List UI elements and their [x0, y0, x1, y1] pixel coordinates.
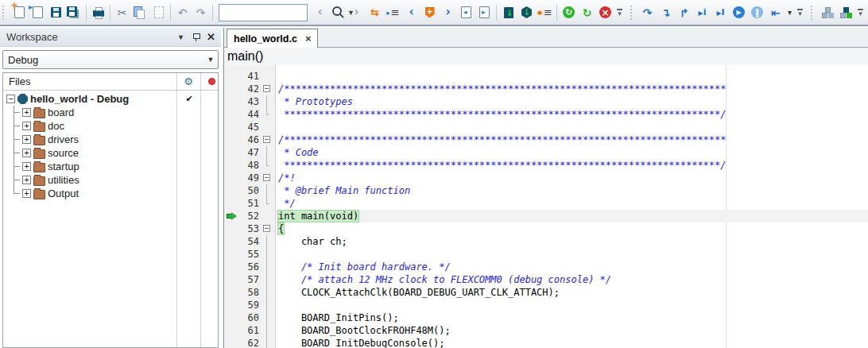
- expand-toggle[interactable]: +: [22, 176, 31, 184]
- find-combobox[interactable]: ▼: [219, 4, 308, 21]
- code-line-42[interactable]: 42−/************************************…: [224, 83, 868, 95]
- breakpoint-margin[interactable]: [224, 222, 238, 235]
- stop-debugging-button[interactable]: [596, 3, 614, 22]
- code-line-59[interactable]: 59: [224, 299, 868, 311]
- code-line-51[interactable]: 51 */: [224, 197, 868, 210]
- find-button[interactable]: [329, 3, 347, 22]
- code-text[interactable]: /* attach 12 MHz clock to FLEXCOMM0 (deb…: [275, 273, 611, 286]
- redo-button[interactable]: ↷: [192, 3, 210, 22]
- tab-hello-world-c[interactable]: hello_world.c ×: [227, 29, 318, 48]
- go-button[interactable]: [730, 3, 748, 22]
- code-line-56[interactable]: 56 /* Init board hardware. */: [224, 261, 868, 273]
- code-text[interactable]: BOARD_InitDebugConsole();: [275, 337, 445, 348]
- tree-item-doc[interactable]: +doc: [3, 119, 218, 133]
- download-button[interactable]: [499, 3, 517, 22]
- expand-toggle[interactable]: +: [22, 108, 31, 117]
- breakpoint-margin[interactable]: [224, 172, 238, 184]
- breakpoint-margin[interactable]: [224, 146, 238, 159]
- breakpoint-margin[interactable]: [224, 210, 238, 222]
- code-line-61[interactable]: 61 BOARD_BootClockFROHF48M();: [224, 324, 868, 337]
- toolbar-overflow-button[interactable]: [795, 3, 805, 22]
- breakpoint-margin[interactable]: [224, 184, 238, 197]
- breakpoint-margin[interactable]: [224, 95, 238, 108]
- code-line-43[interactable]: 43 * Prototypes: [224, 95, 868, 108]
- tree-item-board[interactable]: +board: [3, 106, 218, 119]
- configuration-dropdown[interactable]: Debug ▼: [2, 50, 219, 69]
- code-text[interactable]: [275, 70, 278, 83]
- breakpoint-margin[interactable]: [224, 261, 238, 273]
- copy-button[interactable]: [131, 3, 149, 22]
- toggle-breakpoint-button[interactable]: [420, 3, 439, 22]
- code-text[interactable]: /* Init board hardware. */: [275, 261, 451, 273]
- code-line-50[interactable]: 50 * @brief Main function: [224, 184, 868, 197]
- code-line-53[interactable]: 53−{: [224, 222, 868, 235]
- code-text[interactable]: BOARD_BootClockFROHF48M();: [275, 324, 451, 337]
- reset-button[interactable]: ↻: [578, 3, 596, 22]
- restart-debugger-button[interactable]: [560, 3, 578, 22]
- tree-item-source[interactable]: +source: [3, 146, 218, 160]
- live-watch-button[interactable]: [536, 3, 554, 22]
- workspace-close-button[interactable]: ✕: [204, 30, 218, 44]
- stack-view-button[interactable]: [819, 3, 837, 22]
- code-line-52[interactable]: 52int main(void): [224, 210, 868, 222]
- code-text[interactable]: * Code: [275, 146, 319, 159]
- code-text[interactable]: ****************************************…: [275, 108, 727, 121]
- code-line-49[interactable]: 49−/*!: [224, 172, 868, 184]
- fold-toggle[interactable]: −: [263, 174, 270, 181]
- code-text[interactable]: BOARD_InitPins();: [275, 311, 399, 324]
- open-file-button[interactable]: [29, 3, 47, 22]
- code-text[interactable]: [275, 121, 278, 133]
- code-text[interactable]: int main(void): [275, 210, 358, 222]
- workspace-pin-button[interactable]: [189, 30, 203, 44]
- code-line-47[interactable]: 47 * Code: [224, 146, 868, 159]
- run-to-cursor-button[interactable]: [711, 3, 730, 22]
- code-line-58[interactable]: 58 CLOCK_AttachClk(BOARD_DEBUG_UART_CLK_…: [224, 286, 868, 299]
- code-line-41[interactable]: 41: [224, 70, 868, 83]
- code-line-54[interactable]: 54 char ch;: [224, 235, 868, 248]
- navigate-backward-button[interactable]: [457, 3, 475, 22]
- code-line-62[interactable]: 62 BOARD_InitDebugConsole();: [224, 337, 868, 348]
- tree-item-hello-world-debug[interactable]: −hello_world - Debug✔: [3, 92, 218, 106]
- find-previous-button[interactable]: ‹: [311, 3, 329, 22]
- toolbar-overflow-button[interactable]: [855, 3, 866, 22]
- expand-toggle[interactable]: +: [22, 189, 31, 198]
- cut-button[interactable]: ✂: [113, 3, 131, 22]
- breakpoint-margin[interactable]: [224, 159, 238, 172]
- workspace-menu-button[interactable]: ▼: [174, 30, 188, 44]
- paste-button[interactable]: [149, 3, 168, 22]
- code-text[interactable]: {: [275, 222, 284, 235]
- new-document-button[interactable]: [10, 3, 29, 22]
- fold-toggle[interactable]: −: [263, 85, 270, 92]
- tree-item-startup[interactable]: +startup: [3, 160, 218, 173]
- code-line-46[interactable]: 46−/************************************…: [224, 133, 868, 146]
- function-selector[interactable]: main(): [224, 49, 263, 64]
- expand-toggle[interactable]: −: [6, 95, 15, 103]
- code-text[interactable]: /***************************************…: [275, 133, 727, 146]
- breakpoint-margin[interactable]: [224, 286, 238, 299]
- breakpoint-margin[interactable]: [224, 70, 238, 83]
- code-line-45[interactable]: 45: [224, 121, 868, 133]
- code-text[interactable]: * Prototypes: [275, 95, 353, 108]
- navigate-forward-button[interactable]: [475, 3, 494, 22]
- expand-toggle[interactable]: +: [22, 162, 31, 171]
- break-button[interactable]: [748, 3, 766, 22]
- toolbar-overflow-button[interactable]: [614, 3, 625, 22]
- previous-bookmark-button[interactable]: ‹: [402, 3, 420, 22]
- code-line-55[interactable]: 55: [224, 248, 868, 261]
- download-and-debug-button[interactable]: [517, 3, 536, 22]
- stack-add-button[interactable]: [837, 3, 855, 22]
- bookmark-list-button[interactable]: [384, 3, 402, 22]
- save-button[interactable]: [47, 3, 65, 22]
- expand-toggle[interactable]: +: [22, 135, 31, 144]
- tree-item-output[interactable]: +Output: [3, 187, 218, 200]
- step-into-button[interactable]: ↴: [657, 3, 675, 22]
- undo-button[interactable]: ↶: [173, 3, 192, 22]
- breakpoint-margin[interactable]: [224, 299, 238, 311]
- gear-icon[interactable]: ⚙: [179, 75, 198, 87]
- breakpoint-margin[interactable]: [224, 273, 238, 286]
- breakpoint-margin[interactable]: [224, 133, 238, 146]
- code-line-60[interactable]: 60 BOARD_InitPins();: [224, 311, 868, 324]
- navigate-swap-button[interactable]: ⇆: [366, 3, 384, 22]
- save-all-button[interactable]: [65, 3, 83, 22]
- code-text[interactable]: */: [275, 197, 296, 210]
